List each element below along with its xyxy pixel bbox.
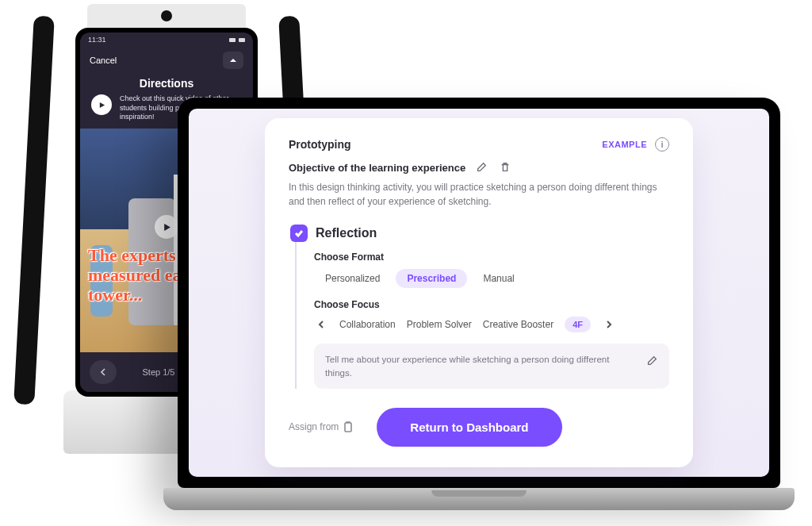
info-icon[interactable]: i [655,137,669,152]
pencil-icon [476,162,487,173]
objective-label: Objective of the learning experience [289,162,465,174]
camera-icon [161,10,172,21]
svg-rect-0 [345,423,351,432]
focus-option-collaboration[interactable]: Collaboration [339,319,396,330]
format-option-prescribed[interactable]: Prescribed [396,269,467,288]
app-top-bar: Cancel [80,47,253,74]
laptop-notch [435,98,523,109]
chevron-left-icon [318,321,324,328]
directions-play-button[interactable] [91,94,112,115]
format-option-personalized[interactable]: Personalized [314,269,391,288]
chevron-right-icon [606,321,612,328]
camera-bar [87,4,246,28]
reflection-prompt-text: Tell me about your experience while sket… [325,355,609,377]
laptop-bezel: Prototyping EXAMPLE i Objective of the l… [178,98,780,488]
laptop-device: Prototyping EXAMPLE i Objective of the l… [178,98,780,510]
return-to-dashboard-button[interactable]: Return to Dashboard [377,408,561,447]
reflection-prompt[interactable]: Tell me about your experience while sket… [314,344,669,388]
reflection-checkbox[interactable] [290,225,308,242]
card-heading: Prototyping [289,138,351,151]
edit-objective-button[interactable] [473,159,489,175]
chevron-left-icon [99,368,107,376]
format-label: Choose Format [314,251,669,263]
clipboard-icon [343,421,353,432]
directions-title: Directions [80,77,253,90]
status-indicators [229,36,245,44]
back-button[interactable] [90,360,117,384]
card-header: Prototyping EXAMPLE i [289,137,669,152]
pencil-icon [646,355,657,367]
objective-description: In this design thinking activity, you wi… [289,180,669,209]
video-play-button[interactable] [155,215,178,239]
format-option-manual[interactable]: Manual [472,269,525,288]
focus-option-creative-booster[interactable]: Creative Booster [483,319,553,330]
play-icon [163,223,171,232]
reflection-title: Reflection [316,226,377,240]
assign-from[interactable]: Assign from [289,421,353,432]
focus-options: Collaboration Problem Solver Creative Bo… [314,317,669,332]
focus-next-button[interactable] [602,317,616,332]
battery-icon [239,38,245,42]
wifi-icon [229,38,236,42]
trash-icon [500,162,511,173]
lesson-card: Prototyping EXAMPLE i Objective of the l… [265,118,693,466]
focus-tag-4f[interactable]: 4F [565,317,591,332]
assign-from-label: Assign from [289,421,339,432]
objective-row: Objective of the learning experience [289,159,669,175]
focus-option-problem-solver[interactable]: Problem Solver [407,319,472,330]
focus-label: Choose Focus [314,299,669,310]
delete-objective-button[interactable] [497,159,513,175]
status-time: 11:31 [88,36,106,44]
cancel-button[interactable]: Cancel [90,56,117,65]
example-link[interactable]: EXAMPLE [602,140,647,149]
collapse-button[interactable] [223,52,243,69]
reflection-section: Reflection Choose Format Personalized Pr… [295,225,669,388]
laptop-base [163,488,795,510]
chevron-up-icon [229,56,237,64]
check-icon [294,228,304,238]
format-options: Personalized Prescribed Manual [314,269,669,288]
focus-prev-button[interactable] [314,317,328,332]
card-footer: Assign from Return to Dashboard [289,408,669,447]
laptop-screen: Prototyping EXAMPLE i Objective of the l… [189,109,769,477]
edit-prompt-button[interactable] [644,353,660,369]
stand-arm-left [13,16,55,405]
focus-block: Choose Focus Collaboration Problem Solve… [297,299,669,332]
play-icon [98,102,105,109]
format-block: Choose Format Personalized Prescribed Ma… [297,251,669,288]
status-bar: 11:31 [80,33,253,47]
